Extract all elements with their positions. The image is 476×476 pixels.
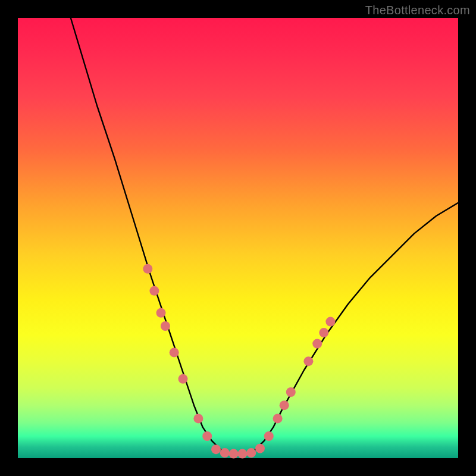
watermark-text: TheBottleneck.com [365, 4, 470, 17]
data-marker [246, 448, 256, 458]
curve-layer [71, 18, 458, 454]
data-marker [303, 356, 313, 366]
data-marker [319, 328, 328, 337]
data-marker [156, 308, 166, 318]
bottleneck-curve [71, 18, 458, 454]
data-marker [264, 431, 274, 441]
data-marker [280, 400, 289, 410]
data-marker [178, 374, 188, 384]
data-marker [273, 414, 283, 423]
data-marker [161, 321, 170, 331]
data-marker [325, 317, 335, 327]
data-marker [237, 449, 247, 459]
plot-area [18, 18, 458, 458]
marker-layer [143, 264, 335, 459]
data-marker [255, 444, 265, 453]
data-marker [312, 339, 322, 349]
data-marker [170, 347, 179, 357]
data-marker [149, 286, 159, 296]
chart-svg [18, 18, 458, 458]
chart-frame: TheBottleneck.com [0, 0, 476, 476]
data-marker [143, 264, 152, 274]
data-marker [211, 444, 221, 454]
data-marker [193, 414, 203, 423]
data-marker [202, 431, 212, 441]
data-marker [229, 449, 239, 459]
data-marker [220, 448, 230, 458]
data-marker [286, 387, 296, 397]
